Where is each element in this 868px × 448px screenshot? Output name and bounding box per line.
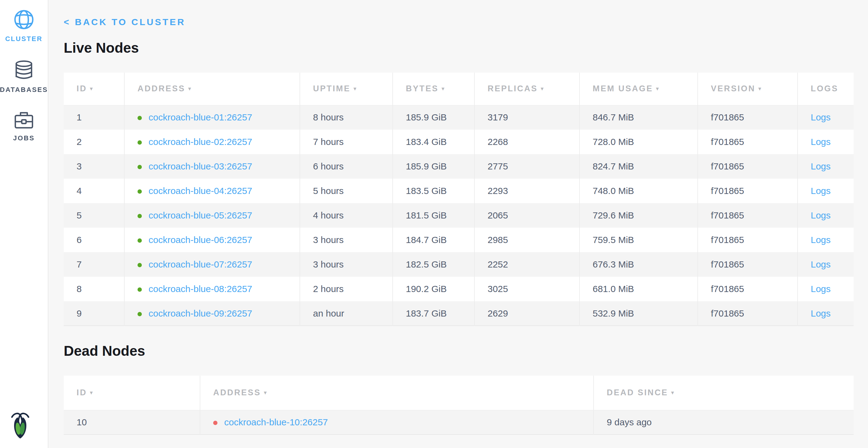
live-node-row: 7cockroach-blue-07:262573 hours182.5 GiB… (64, 252, 854, 277)
sidebar-item-databases[interactable]: DATABASES (0, 60, 48, 94)
column-header-bytes[interactable]: BYTES▾ (393, 72, 474, 105)
column-label: ADDRESS (137, 84, 185, 93)
cell-id: 9 (64, 301, 124, 326)
node-address-link[interactable]: cockroach-blue-02:26257 (149, 137, 252, 147)
column-header-dead-since[interactable]: DEAD SINCE▾ (594, 376, 854, 410)
column-header-id[interactable]: ID▾ (64, 72, 124, 105)
column-header-mem-usage[interactable]: MEM USAGE▾ (580, 72, 698, 105)
logs-link[interactable]: Logs (811, 112, 831, 122)
cell-id: 6 (64, 228, 124, 252)
logs-cell: Logs (798, 154, 854, 179)
cell-bytes: 190.2 GiB (393, 277, 474, 301)
node-live-dot-icon (137, 263, 142, 267)
logs-link[interactable]: Logs (811, 308, 831, 318)
back-to-cluster-link[interactable]: <BACK TO CLUSTER (64, 17, 186, 27)
logs-link[interactable]: Logs (811, 161, 831, 171)
cell-uptime: 3 hours (300, 228, 393, 252)
node-dead-dot-icon (213, 421, 217, 425)
sort-arrow-icon: ▾ (442, 86, 445, 92)
node-address-link[interactable]: cockroach-blue-08:26257 (149, 284, 252, 294)
cell-version: f701865 (698, 130, 798, 154)
logs-link[interactable]: Logs (811, 235, 831, 245)
sort-arrow-icon: ▾ (90, 86, 94, 92)
sort-arrow-icon: ▾ (353, 86, 357, 92)
cell-address: cockroach-blue-10:26257 (200, 410, 594, 435)
node-address-link[interactable]: cockroach-blue-05:26257 (149, 210, 252, 220)
column-header-uptime[interactable]: UPTIME▾ (300, 72, 393, 105)
cell-version: f701865 (698, 277, 798, 301)
logs-link[interactable]: Logs (811, 186, 831, 196)
node-address-link[interactable]: cockroach-blue-07:26257 (149, 259, 252, 269)
cell-mem-usage: 729.6 MiB (580, 203, 698, 228)
column-header-id[interactable]: ID▾ (64, 376, 200, 410)
column-header-version[interactable]: VERSION▾ (698, 72, 798, 105)
sort-arrow-icon: ▾ (671, 390, 675, 396)
live-node-row: 3cockroach-blue-03:262576 hours185.9 GiB… (64, 154, 854, 179)
cell-mem-usage: 748.0 MiB (580, 179, 698, 203)
cell-replicas: 2629 (474, 301, 580, 326)
node-live-dot-icon (137, 140, 142, 145)
sidebar-item-label: CLUSTER (5, 35, 42, 43)
cell-address: cockroach-blue-01:26257 (124, 105, 300, 130)
column-header-replicas[interactable]: REPLICAS▾ (474, 72, 580, 105)
logs-link[interactable]: Logs (811, 137, 831, 147)
live-node-row: 1cockroach-blue-01:262578 hours185.9 GiB… (64, 105, 854, 130)
column-label: UPTIME (313, 84, 350, 93)
cell-replicas: 2065 (474, 203, 580, 228)
live-node-row: 9cockroach-blue-09:26257an hour183.7 GiB… (64, 301, 854, 326)
cell-id: 5 (64, 203, 124, 228)
cell-bytes: 184.7 GiB (393, 228, 474, 252)
cell-uptime: 4 hours (300, 203, 393, 228)
cell-mem-usage: 824.7 MiB (580, 154, 698, 179)
node-live-dot-icon (137, 214, 142, 218)
main-content: <BACK TO CLUSTER Live Nodes ID▾ADDRESS▾U… (49, 0, 868, 435)
sidebar: CLUSTER DATABASES (0, 0, 49, 448)
node-address-link[interactable]: cockroach-blue-09:26257 (149, 308, 252, 318)
node-address-link[interactable]: cockroach-blue-03:26257 (149, 161, 252, 171)
cell-uptime: 2 hours (300, 277, 393, 301)
cell-version: f701865 (698, 203, 798, 228)
cell-address: cockroach-blue-05:26257 (124, 203, 300, 228)
node-live-dot-icon (137, 165, 142, 169)
cockroachdb-logo (11, 412, 29, 440)
live-node-row: 5cockroach-blue-05:262574 hours181.5 GiB… (64, 203, 854, 228)
node-address-link[interactable]: cockroach-blue-04:26257 (149, 186, 252, 196)
dead-nodes-table: ID▾ADDRESS▾DEAD SINCE▾ 10cockroach-blue-… (64, 376, 854, 435)
column-label: ADDRESS (213, 388, 261, 397)
live-node-row: 2cockroach-blue-02:262577 hours183.4 GiB… (64, 130, 854, 154)
column-label: LOGS (811, 84, 838, 93)
column-label: ID (76, 84, 87, 93)
logs-cell: Logs (798, 252, 854, 277)
sidebar-item-cluster[interactable]: CLUSTER (5, 9, 42, 43)
cell-id: 3 (64, 154, 124, 179)
node-address-link[interactable]: cockroach-blue-01:26257 (149, 112, 252, 122)
dead-nodes-title: Dead Nodes (64, 342, 868, 359)
logs-cell: Logs (798, 228, 854, 252)
cell-version: f701865 (698, 228, 798, 252)
sort-arrow-icon: ▾ (541, 86, 545, 92)
dead-node-row: 10cockroach-blue-10:262579 days ago (64, 410, 854, 435)
node-address-link[interactable]: cockroach-blue-10:26257 (224, 417, 328, 427)
logs-link[interactable]: Logs (811, 259, 831, 269)
cell-uptime: 8 hours (300, 105, 393, 130)
cell-id: 10 (64, 410, 200, 435)
back-link-label: BACK TO CLUSTER (75, 17, 186, 27)
cell-address: cockroach-blue-06:26257 (124, 228, 300, 252)
logs-link[interactable]: Logs (811, 210, 831, 220)
column-label: MEM USAGE (593, 84, 653, 93)
logs-link[interactable]: Logs (811, 284, 831, 294)
cell-address: cockroach-blue-08:26257 (124, 277, 300, 301)
cell-mem-usage: 846.7 MiB (580, 105, 698, 130)
node-live-dot-icon (137, 288, 142, 292)
database-icon (15, 60, 33, 82)
sidebar-item-label: DATABASES (0, 86, 48, 94)
cell-mem-usage: 681.0 MiB (580, 277, 698, 301)
column-label: VERSION (711, 84, 755, 93)
live-node-row: 6cockroach-blue-06:262573 hours184.7 GiB… (64, 228, 854, 252)
node-address-link[interactable]: cockroach-blue-06:26257 (149, 235, 252, 245)
cell-address: cockroach-blue-09:26257 (124, 301, 300, 326)
column-header-address[interactable]: ADDRESS▾ (124, 72, 300, 105)
sort-arrow-icon: ▾ (264, 390, 268, 396)
sidebar-item-jobs[interactable]: JOBS (13, 111, 35, 142)
column-header-address[interactable]: ADDRESS▾ (200, 376, 594, 410)
